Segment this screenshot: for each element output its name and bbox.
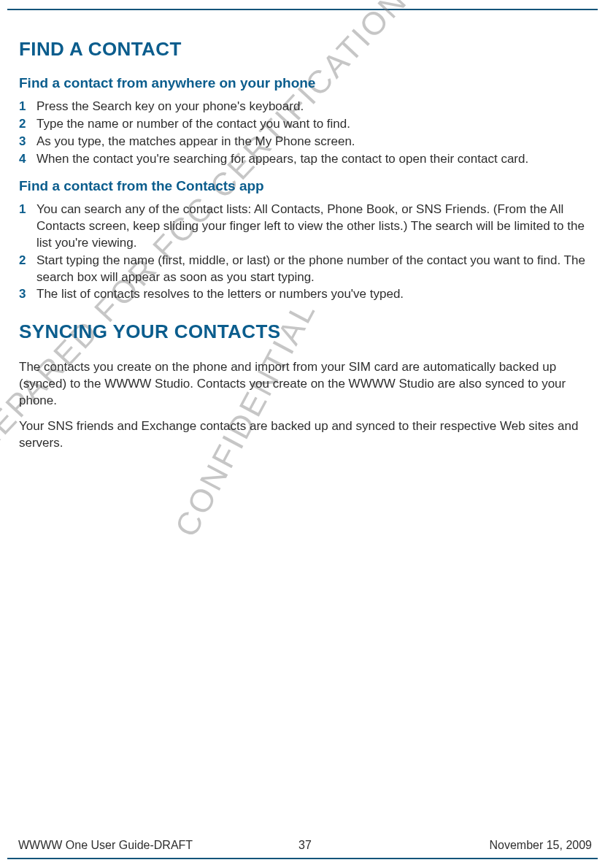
subheading-find-anywhere: Find a contact from anywhere on your pho… bbox=[19, 75, 592, 91]
step-item: You can search any of the contact lists:… bbox=[19, 201, 592, 252]
footer-date: November 15, 2009 bbox=[489, 839, 592, 852]
step-item: As you type, the matches appear in the M… bbox=[19, 134, 592, 150]
page-content: FIND A CONTACT Find a contact from anywh… bbox=[19, 35, 592, 461]
step-item: Type the name or number of the contact y… bbox=[19, 116, 592, 133]
footer-page-number: 37 bbox=[298, 839, 312, 852]
steps-find-anywhere: Press the Search key on your phone's key… bbox=[19, 99, 592, 168]
steps-find-contacts-app: You can search any of the contact lists:… bbox=[19, 201, 592, 304]
step-item: When the contact you're searching for ap… bbox=[19, 151, 592, 168]
subheading-find-contacts-app: Find a contact from the Contacts app bbox=[19, 178, 592, 194]
step-item: Press the Search key on your phone's key… bbox=[19, 99, 592, 115]
step-item: Start typing the name (first, middle, or… bbox=[19, 253, 592, 286]
footer-doc-title: WWWW One User Guide-DRAFT bbox=[18, 839, 193, 852]
page-footer: WWWW One User Guide-DRAFT 37 November 15… bbox=[18, 839, 592, 852]
heading-syncing: SYNCING YOUR CONTACTS bbox=[19, 320, 592, 343]
heading-find-contact: FIND A CONTACT bbox=[19, 38, 592, 61]
step-item: The list of contacts resolves to the let… bbox=[19, 286, 592, 303]
paragraph-sync-2: Your SNS friends and Exchange contacts a… bbox=[19, 418, 592, 452]
paragraph-sync-1: The contacts you create on the phone and… bbox=[19, 359, 592, 410]
